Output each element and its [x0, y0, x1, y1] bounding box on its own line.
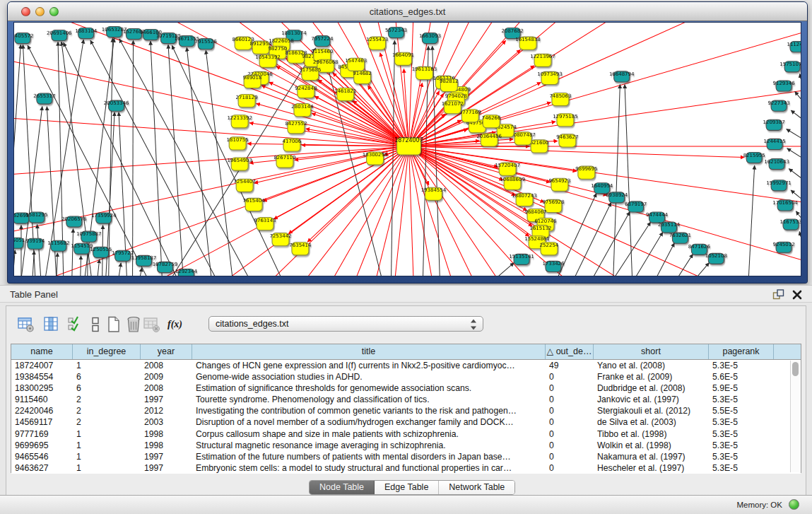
table-selector-dropdown[interactable]: citations_edges.txt [208, 316, 483, 332]
graph-node[interactable]: 1663093 [419, 33, 441, 44]
graph-node[interactable]: 621600 [530, 139, 549, 153]
table-row[interactable]: 2242004622012Investigating the contribut… [11, 405, 801, 416]
graph-node[interactable]: 2803144 [291, 103, 314, 117]
graph-node[interactable]: 7632621 [669, 232, 691, 243]
graph-node[interactable]: 20364486 [476, 133, 502, 146]
graph-node[interactable]: 9463627 [556, 134, 578, 147]
graph-node[interactable]: 9777169 [459, 109, 481, 122]
row-checks-icon[interactable] [67, 316, 84, 333]
graph-node[interactable]: 935051 [14, 237, 25, 248]
graph-node[interactable]: 7635414 [289, 242, 312, 255]
graph-node[interactable]: 18300295 [363, 151, 387, 165]
graph-node[interactable]: 1292344 [175, 268, 198, 276]
graph-node[interactable]: 2935114 [658, 221, 681, 233]
graph-node[interactable]: 17016504 [772, 199, 798, 211]
graph-node[interactable]: 7485063 [549, 93, 571, 106]
graph-node[interactable]: 9129346 [773, 80, 796, 91]
network-canvas[interactable]: 2405572206914061883104106532871527607946… [13, 22, 801, 276]
graph-node[interactable]: 746266 [482, 115, 501, 128]
graph-node[interactable]: 12213967 [530, 53, 555, 66]
graph-node[interactable]: 1112404 [787, 41, 801, 52]
graph-node[interactable]: 1255433 [366, 36, 388, 49]
graph-node[interactable]: 12213392 [227, 115, 252, 128]
graph-node[interactable]: 19654903 [227, 157, 252, 170]
graph-node[interactable]: 8215955 [743, 152, 765, 163]
graph-node[interactable]: 1209387 [763, 119, 785, 130]
graph-node[interactable]: 989018 [243, 74, 262, 88]
graph-node[interactable]: 16210643 [764, 158, 789, 170]
table-row[interactable]: 977716911998Corpus callosum shape and si… [11, 428, 801, 440]
graph-node[interactable]: 9227343 [768, 100, 790, 111]
graph-node[interactable]: 17359924 [91, 212, 117, 223]
graph-node[interactable]: 20691406 [47, 30, 72, 41]
table-row[interactable]: 969969511998Structural magnetic resonanc… [11, 440, 801, 451]
graph-node[interactable]: 15992971 [766, 180, 791, 191]
graph-node[interactable]: 914682 [353, 70, 372, 83]
table-row[interactable]: 946362711997Embryonic stem cells: a mode… [11, 462, 801, 474]
graph-node[interactable]: 1052108 [705, 252, 727, 264]
table-row[interactable]: 946554611997Estimation of the future num… [11, 451, 801, 462]
graph-node[interactable]: 9242848 [295, 84, 317, 98]
graph-node[interactable]: 7915526 [195, 38, 218, 49]
graph-node[interactable]: 9245012 [773, 241, 795, 252]
graph-node[interactable]: 1581295 [25, 211, 47, 223]
graph-node[interactable]: 6879197 [625, 201, 647, 212]
column-header-name[interactable]: name [11, 344, 73, 359]
graph-node[interactable]: 10543392 [255, 54, 280, 67]
graph-node[interactable]: 1115682 [47, 240, 69, 251]
table-row[interactable]: 1938455462009Genome-wide association stu… [11, 371, 801, 382]
table-row[interactable]: 911546021997Tourette syndrome. Phenomeno… [11, 394, 801, 405]
tab-node-table[interactable]: Node Table [310, 481, 375, 494]
window-titlebar[interactable]: citations_edges.txt [8, 2, 807, 21]
graph-node[interactable]: 9899695 [575, 165, 597, 179]
table-settings-icon[interactable] [18, 316, 35, 333]
graph-node[interactable]: 5572343 [385, 27, 407, 38]
graph-node[interactable]: 417006 [283, 138, 302, 151]
graph-node[interactable]: 12975185 [553, 113, 577, 127]
table-row[interactable]: 1830029562008Estimation of significance … [11, 382, 801, 394]
new-document-icon[interactable] [105, 316, 122, 333]
tab-edge-table[interactable]: Edge Table [375, 481, 439, 494]
graph-node[interactable]: 1167533 [780, 218, 801, 230]
function-icon[interactable]: f(x) [167, 316, 192, 333]
column-header-title[interactable]: title [192, 344, 546, 359]
graph-node[interactable]: 7253442 [269, 233, 291, 246]
graph-node[interactable]: 1621072 [442, 100, 464, 114]
graph-node[interactable]: 1244415 [764, 138, 786, 149]
table-vertical-scrollbar[interactable] [790, 361, 800, 472]
graph-node[interactable]: 16648794 [609, 71, 635, 82]
graph-node[interactable]: 8267110 [273, 154, 295, 168]
close-panel-icon[interactable] [791, 288, 804, 301]
split-view-icon[interactable] [87, 316, 104, 333]
graph-node[interactable]: 1795727 [112, 250, 134, 261]
graph-node[interactable]: 3175685 [299, 66, 321, 80]
graph-node[interactable]: 252254 [540, 242, 559, 255]
graph-node[interactable]: 2718129 [236, 94, 258, 107]
graph-node[interactable]: 1250515 [90, 246, 112, 257]
tab-network-table[interactable]: Network Table [439, 481, 514, 494]
citation-network-graph[interactable]: 2405572206914061883104106532871527607946… [14, 23, 801, 276]
graph-node[interactable]: 7615404 [243, 197, 266, 211]
scrollbar-thumb[interactable] [792, 362, 799, 376]
table-row[interactable]: 1456911722003Disruption of a novel membe… [11, 416, 801, 428]
table-row[interactable]: 1872400712008Changes of HCN gene express… [11, 360, 801, 371]
graph-node[interactable]: 7254407 [234, 178, 256, 192]
graph-node[interactable]: 9763143 [254, 217, 276, 230]
graph-node[interactable]: 2655317 [33, 93, 55, 104]
graph-node[interactable]: 2405572 [14, 33, 33, 44]
graph-node[interactable]: 20206576 [61, 216, 87, 227]
select-column-icon[interactable] [43, 316, 60, 333]
graph-node[interactable]: 982812 [440, 78, 459, 91]
graph-node[interactable]: 10975887 [76, 230, 101, 242]
graph-node[interactable]: 15751074 [779, 61, 801, 72]
column-header-short[interactable]: short [594, 344, 709, 359]
column-header-year[interactable]: year [141, 344, 192, 359]
float-panel-icon[interactable] [772, 288, 785, 301]
trash-icon[interactable] [125, 316, 142, 333]
network-view-window[interactable]: citations_edges.txt 24055722069140618831… [7, 1, 808, 284]
graph-node[interactable]: 1461821 [334, 88, 356, 101]
graph-node[interactable]: 18724007 [394, 137, 423, 155]
graph-node[interactable]: 1547463 [345, 57, 367, 71]
graph-node[interactable]: 10973493 [537, 71, 562, 84]
graph-node[interactable]: 8427552 [285, 120, 307, 134]
